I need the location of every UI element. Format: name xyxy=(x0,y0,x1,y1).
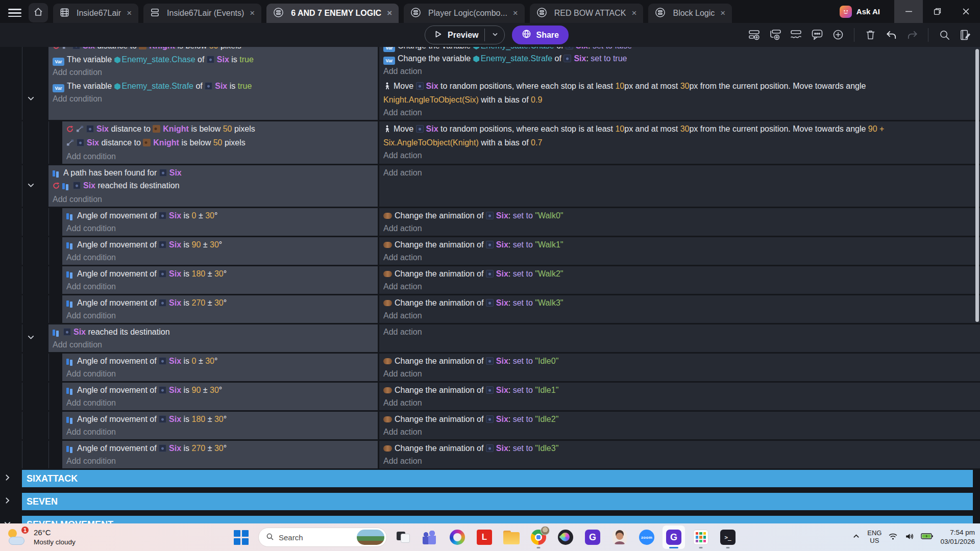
search-highlight-image[interactable] xyxy=(357,530,384,545)
close-tab-icon[interactable]: × xyxy=(632,8,637,18)
add-action-icon[interactable] xyxy=(788,27,805,42)
task-view-taskbar-icon[interactable] xyxy=(392,525,414,549)
add-condition-link[interactable]: Add condition xyxy=(62,222,378,235)
add-condition-link[interactable]: Add condition xyxy=(62,455,378,467)
home-button[interactable] xyxy=(29,3,48,22)
search-icon[interactable] xyxy=(936,27,953,42)
app-l-taskbar-icon[interactable]: L xyxy=(473,525,496,549)
condition-row[interactable]: VarThe variable Enemy_state.Strafe of Si… xyxy=(48,80,378,92)
close-button[interactable] xyxy=(951,0,980,23)
condition-row[interactable]: Angle of movement of Six is 270 ± 30° xyxy=(62,296,378,309)
share-button[interactable]: Share xyxy=(512,26,568,44)
group-bar[interactable]: SIXATTACK xyxy=(22,470,973,487)
redo-icon[interactable] xyxy=(903,27,921,42)
event-block[interactable]: Angle of movement of Six is 90 ± 30°Add … xyxy=(0,383,980,410)
group-bar[interactable]: SEVEN MOVEMENT xyxy=(22,516,973,523)
add-action-link[interactable]: Add action xyxy=(379,65,980,78)
undo-icon[interactable] xyxy=(883,27,900,42)
condition-row[interactable]: Angle of movement of Six is 0 ± 30° xyxy=(62,209,378,222)
add-action-link[interactable]: Add action xyxy=(379,251,980,264)
tab-inside67lair-events-[interactable]: Inside67Lair (Events)× xyxy=(143,4,261,23)
add-subevent-icon[interactable] xyxy=(767,27,784,42)
group-bar[interactable]: SEVEN xyxy=(22,493,973,510)
event-block[interactable]: Six distance to Knight is below 50 pixel… xyxy=(0,47,980,79)
add-condition-link[interactable]: Add condition xyxy=(62,425,378,438)
condition-row[interactable]: Angle of movement of Six is 90 ± 30° xyxy=(62,238,378,251)
weather-widget[interactable]: 1 26°C Mostly cloudy xyxy=(7,523,76,551)
event-block[interactable]: Angle of movement of Six is 0 ± 30°Add c… xyxy=(0,354,980,381)
action-row[interactable]: Change the animation of Six: set to "Wal… xyxy=(379,267,980,280)
add-condition-link[interactable]: Add condition xyxy=(62,251,378,264)
condition-row[interactable]: Six reached its destination xyxy=(48,179,378,193)
event-group[interactable]: SIXATTACK xyxy=(0,470,980,487)
add-condition-link[interactable]: Add condition xyxy=(48,193,378,206)
tab-player-logic-combo-[interactable]: Player Logic(combo...× xyxy=(404,4,525,23)
restore-button[interactable] xyxy=(923,0,951,23)
gdevelop-taskbar-icon[interactable]: G xyxy=(581,525,604,549)
condition-row[interactable]: Six reached its destination xyxy=(48,325,378,338)
expand-chevron-icon[interactable] xyxy=(3,496,12,507)
event-block[interactable]: Six distance to Knight is below 50 pixel… xyxy=(0,121,980,164)
action-row[interactable]: VarChange the variable Enemy_state.Chase… xyxy=(379,47,980,52)
condition-row[interactable]: Angle of movement of Six is 270 ± 30° xyxy=(62,442,378,455)
terminal-taskbar-icon[interactable]: >_ xyxy=(717,525,739,549)
event-block[interactable]: VarThe variable Enemy_state.Strafe of Si… xyxy=(0,79,980,120)
close-tab-icon[interactable]: × xyxy=(513,8,518,18)
close-tab-icon[interactable]: × xyxy=(127,8,132,18)
comment-icon[interactable] xyxy=(808,27,826,42)
copilot-taskbar-icon[interactable] xyxy=(446,525,469,549)
ask-ai-button[interactable]: Ask AI xyxy=(840,6,880,18)
collapse-chevron-icon[interactable] xyxy=(27,333,35,344)
file-explorer-taskbar-icon[interactable] xyxy=(500,525,523,549)
add-circle-icon[interactable] xyxy=(829,27,847,42)
avatar-app-taskbar-icon[interactable] xyxy=(608,525,631,549)
battery-icon[interactable] xyxy=(921,532,934,542)
event-group[interactable]: SEVEN xyxy=(0,493,980,510)
add-condition-link[interactable]: Add condition xyxy=(48,92,378,105)
paint-taskbar-icon[interactable] xyxy=(554,525,577,549)
condition-row[interactable]: Six distance to Knight is below 50 pixel… xyxy=(62,136,378,150)
condition-row[interactable]: Six distance to Knight is below 50 pixel… xyxy=(62,122,378,136)
add-action-link[interactable]: Add action xyxy=(379,222,980,235)
close-tab-icon[interactable]: × xyxy=(250,8,255,18)
action-row[interactable]: Move Six to random positions, where each… xyxy=(379,122,980,149)
add-event-icon[interactable] xyxy=(746,27,763,42)
tab-6-and-7-enemy-logic[interactable]: 6 AND 7 ENEMY LOGIC× xyxy=(266,4,399,23)
condition-row[interactable]: Angle of movement of Six is 0 ± 30° xyxy=(62,355,378,367)
gdevelop-active-taskbar-icon[interactable]: G xyxy=(663,525,685,549)
chrome-taskbar-icon[interactable] xyxy=(527,525,550,549)
add-action-link[interactable]: Add action xyxy=(379,455,980,467)
edit-sheet-icon[interactable] xyxy=(957,27,974,42)
add-action-link[interactable]: Add action xyxy=(379,149,980,162)
language-switcher[interactable]: ENGUS xyxy=(867,530,881,545)
collapse-chevron-icon[interactable] xyxy=(27,94,35,105)
action-row[interactable]: Change the animation of Six: set to "Idl… xyxy=(379,384,980,396)
chevron-down-icon[interactable] xyxy=(491,30,499,40)
action-row[interactable]: Change the animation of Six: set to "Wal… xyxy=(379,209,980,222)
start-button[interactable] xyxy=(231,525,253,549)
condition-row[interactable]: Angle of movement of Six is 180 ± 30° xyxy=(62,413,378,425)
event-block[interactable]: Angle of movement of Six is 270 ± 30°Add… xyxy=(0,295,980,323)
event-block[interactable]: Angle of movement of Six is 180 ± 30°Add… xyxy=(0,266,980,294)
tab-red-bow-attack[interactable]: RED BOW ATTACK× xyxy=(530,4,644,23)
add-condition-link[interactable]: Add condition xyxy=(62,280,378,293)
action-row[interactable]: Change the animation of Six: set to "Wal… xyxy=(379,296,980,309)
add-action-link[interactable]: Add action xyxy=(379,367,980,380)
menu-icon[interactable] xyxy=(8,7,21,19)
add-action-link[interactable]: Add action xyxy=(379,396,980,409)
event-block[interactable]: A path has been found for SixSix reached… xyxy=(0,165,980,207)
event-block[interactable]: Six reached its destinationAdd condition… xyxy=(0,324,980,352)
search-input[interactable]: Search xyxy=(258,528,387,547)
add-action-link[interactable]: Add action xyxy=(379,309,980,322)
add-action-link[interactable]: Add action xyxy=(379,280,980,293)
collapse-chevron-icon[interactable] xyxy=(3,519,12,524)
tray-chevron-up-icon[interactable] xyxy=(852,532,861,543)
grid-app-taskbar-icon[interactable] xyxy=(690,525,712,549)
condition-row[interactable]: Angle of movement of Six is 180 ± 30° xyxy=(62,267,378,280)
add-condition-link[interactable]: Add condition xyxy=(62,396,378,409)
add-action-link[interactable]: Add action xyxy=(379,425,980,438)
add-condition-link[interactable]: Add condition xyxy=(48,66,378,79)
close-tab-icon[interactable]: × xyxy=(387,8,392,18)
collapse-chevron-icon[interactable] xyxy=(27,181,35,191)
expand-chevron-icon[interactable] xyxy=(3,473,12,484)
